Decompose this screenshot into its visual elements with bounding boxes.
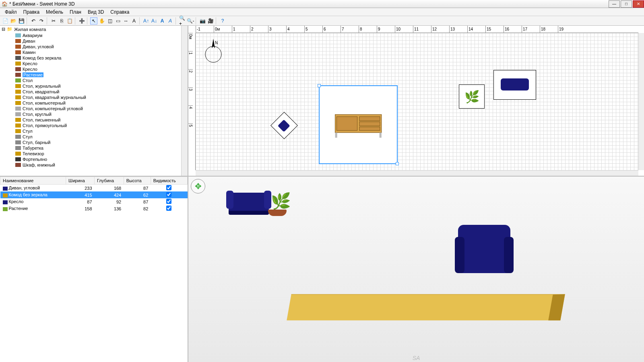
catalog-item[interactable]: Аквариум [0, 33, 188, 38]
menu-furniture[interactable]: Мебель [43, 8, 66, 16]
nav-3d-control[interactable]: ✥ [191, 179, 205, 193]
plan-2d[interactable]: -10м12345678910111213141516171819 0м1234… [188, 26, 644, 177]
cell-visibility[interactable] [151, 185, 187, 192]
col-visibility[interactable]: Видимость [151, 177, 187, 185]
sofa-3d[interactable] [229, 193, 269, 215]
table-row[interactable]: Комод без зеркала41542462 [0, 191, 188, 198]
catalog-item-label: Стол, журнальный [23, 84, 61, 88]
compass-icon[interactable]: N [204, 36, 223, 64]
plan-object-plant[interactable]: 🌿 [459, 84, 485, 109]
menu-edit[interactable]: Правка [20, 8, 43, 16]
menu-view3d[interactable]: Вид 3D [85, 8, 107, 16]
zoom-out-icon[interactable]: 🔍- [187, 17, 194, 25]
table-row[interactable]: Растение15813682 [0, 205, 188, 212]
wall-icon[interactable]: ◫ [106, 17, 114, 25]
undo-icon[interactable]: ↶ [30, 17, 37, 25]
col-name[interactable]: Наименование [0, 177, 66, 185]
catalog-tree[interactable]: ⊟ 📁 Жилая комната АквариумДиванДиван, уг… [0, 26, 188, 177]
catalog-item[interactable]: Табуретка [0, 145, 188, 151]
cell-visibility[interactable] [151, 191, 187, 198]
catalog-item[interactable]: Фортепьяно [0, 156, 188, 162]
visibility-checkbox[interactable] [166, 206, 171, 211]
cell-name: Кресло [0, 198, 66, 205]
catalog-item-label: Стол, квадратный журнальный [23, 95, 86, 100]
catalog-item[interactable]: Стол, квадратный [0, 89, 188, 95]
cell-visibility[interactable] [151, 198, 187, 205]
catalog-item[interactable]: Стул [0, 128, 188, 134]
catalog-item[interactable]: Стол, квадратный журнальный [0, 95, 188, 100]
save-icon[interactable]: 💾 [18, 17, 25, 25]
catalog-item[interactable]: Стол, компьютерный [0, 100, 188, 106]
cell-visibility[interactable] [151, 205, 187, 212]
catalog-root[interactable]: ⊟ 📁 Жилая комната [0, 26, 188, 33]
paste-icon[interactable]: 📋 [66, 17, 73, 25]
table-row[interactable]: Диван, угловой23316887 [0, 185, 188, 192]
catalog-item[interactable]: Шкаф, книжный [0, 162, 188, 168]
catalog-item[interactable]: Стол, журнальный [0, 83, 188, 89]
photo-icon[interactable]: 📷 [199, 17, 206, 25]
bold-icon[interactable]: A [159, 17, 166, 25]
cut-icon[interactable]: ✂ [50, 17, 57, 25]
video-icon[interactable]: 🎥 [207, 17, 214, 25]
catalog-item[interactable]: Стол, круглый [0, 111, 188, 117]
menu-file[interactable]: Файл [2, 8, 20, 16]
col-height[interactable]: Высота [124, 177, 151, 185]
catalog-item[interactable]: Камин [0, 49, 188, 55]
plan-scrollbar-v[interactable] [638, 33, 644, 170]
zoom-in-icon[interactable]: 🔍+ [179, 17, 186, 25]
col-width[interactable]: Ширина [66, 177, 95, 185]
catalog-item[interactable]: Стул, барный [0, 140, 188, 145]
catalog-item[interactable]: Диван [0, 38, 188, 44]
catalog-item[interactable]: Стол [0, 78, 188, 83]
catalog-item[interactable]: Стол, компьютерный угловой [0, 106, 188, 111]
furniture-icon [15, 90, 21, 94]
copy-icon[interactable]: ⎘ [58, 17, 65, 25]
room-icon[interactable]: ▭ [114, 17, 122, 25]
plant-3d[interactable]: 🌿 [271, 192, 291, 211]
catalog-item[interactable]: Кресло [0, 66, 188, 72]
armchair-3d[interactable] [458, 225, 510, 273]
catalog-item[interactable]: Стул [0, 134, 188, 140]
help-icon[interactable]: ? [219, 17, 226, 25]
catalog-scrollbar[interactable] [181, 26, 188, 176]
view-3d[interactable]: ✥ 🌿 SA [188, 177, 644, 362]
redo-icon[interactable]: ↷ [38, 17, 45, 25]
menu-help[interactable]: Справка [107, 8, 132, 16]
text-bigger-icon[interactable]: A↑ [142, 17, 150, 25]
furniture-table[interactable]: Наименование Ширина Глубина Высота Видим… [0, 177, 188, 362]
maximize-button[interactable]: □ [621, 0, 632, 8]
cell-depth: 424 [95, 191, 124, 198]
catalog-item[interactable]: Стол, прямоугольный [0, 123, 188, 128]
col-depth[interactable]: Глубина [95, 177, 124, 185]
plan-grid[interactable]: N [196, 33, 638, 170]
catalog-item[interactable]: Диван, угловой [0, 44, 188, 49]
catalog-item[interactable]: Кресло [0, 61, 188, 66]
plan-object-chair[interactable] [270, 112, 298, 139]
catalog-item[interactable]: Стол, письменный [0, 117, 188, 123]
catalog-item-label: Кресло [23, 67, 37, 72]
text-icon[interactable]: A [130, 17, 138, 25]
tree-collapse-icon[interactable]: ⊟ [2, 27, 5, 32]
new-icon[interactable]: 📄 [2, 17, 9, 25]
dimension-icon[interactable]: ↔ [122, 17, 130, 25]
table-row[interactable]: Кресло879287 [0, 198, 188, 205]
minimize-button[interactable]: — [609, 0, 620, 8]
menu-plan[interactable]: План [66, 8, 85, 16]
visibility-checkbox[interactable] [166, 199, 171, 204]
plan-object-dresser[interactable] [319, 85, 398, 164]
catalog-item[interactable]: Телевизор [0, 151, 188, 156]
catalog-item[interactable]: Комод без зеркала [0, 55, 188, 61]
ruler-tick: 13 [449, 26, 467, 33]
italic-icon[interactable]: A [167, 17, 174, 25]
catalog-item[interactable]: Растение [0, 72, 188, 78]
plan-scrollbar-h[interactable] [196, 170, 638, 176]
text-smaller-icon[interactable]: A↓ [151, 17, 158, 25]
visibility-checkbox[interactable] [166, 192, 171, 197]
pan-icon[interactable]: ✋ [98, 17, 105, 25]
open-icon[interactable]: 📂 [10, 17, 17, 25]
close-button[interactable]: ✕ [633, 0, 644, 8]
plan-object-sofa[interactable] [493, 70, 536, 100]
add-furniture-icon[interactable]: ➕ [78, 17, 85, 25]
visibility-checkbox[interactable] [166, 185, 171, 190]
select-icon[interactable]: ↖ [90, 17, 97, 25]
